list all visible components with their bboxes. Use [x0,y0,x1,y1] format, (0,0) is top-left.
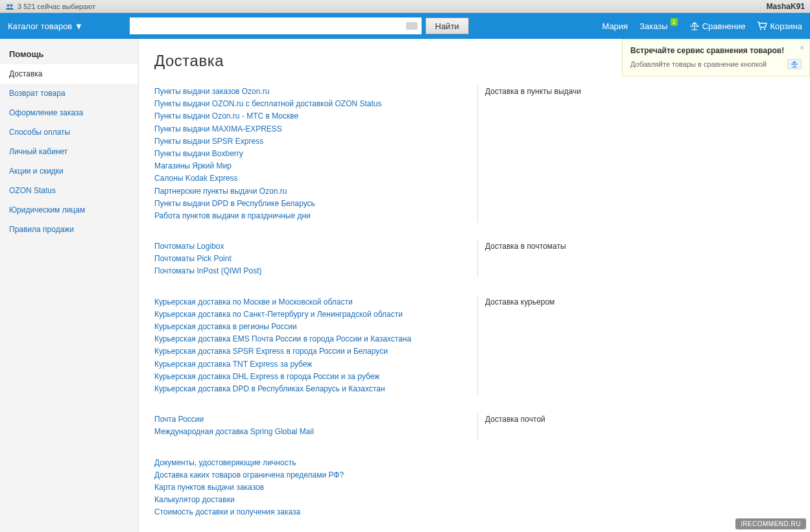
svg-point-3 [764,29,765,30]
content-link[interactable]: Курьерская доставка SPSR Express в город… [154,345,485,358]
sidebar-item-rules[interactable]: Правила продажи [0,220,138,239]
content-link[interactable]: Пункты выдачи Ozon.ru - МТС в Москве [154,110,485,122]
sidebar-item-checkout[interactable]: Оформление заказа [0,103,138,122]
notify-title: Встречайте сервис сравнения товаров! [630,46,802,55]
content-link[interactable]: Салоны Kodak Express [154,172,485,185]
section-heading: Доставка в пункты выдачи [485,86,602,222]
sidebar-item-delivery[interactable]: Доставка [0,64,138,84]
user-link[interactable]: Мария [602,21,628,31]
section: Курьерская доставка по Москве и Московск… [154,296,794,396]
content-link[interactable]: Почта России [154,413,485,426]
content-link[interactable]: Пункты выдачи Boxberry [154,148,485,160]
sidebar-item-payment[interactable]: Способы оплаты [0,122,138,142]
top-strip: 3 521 сейчас выбирают MashaK91 [0,0,810,13]
section-heading: Доставка в почтоматы [485,240,602,278]
content-link[interactable]: Доставка каких товаров ограничена предел… [154,469,485,481]
cart-label: Корзина [770,21,802,31]
compare-label: Сравнение [702,21,746,31]
content-link[interactable]: Курьерская доставка по Санкт-Петербургу … [154,308,485,321]
compare-link[interactable]: Сравнение [689,21,746,31]
section: Почта РоссииМеждународная доставка Sprin… [154,413,794,438]
content-link[interactable]: Почтоматы Pick Point [154,253,485,265]
header-bar: Каталог товаров ▼ Найти Мария Заказы 1 С… [0,13,810,39]
section-heading: Доставка почтой [485,413,602,438]
people-icon [5,3,14,10]
cart-icon [757,21,767,31]
content-link[interactable]: Магазины Яркий Мир [154,160,485,172]
scales-icon [689,21,700,31]
compare-notification: × Встречайте сервис сравнения товаров! Д… [622,39,810,76]
section: Документы, удостоверяющие личностьДостав… [154,457,794,519]
keyboard-icon[interactable] [406,22,418,30]
sidebar-item-b2b[interactable]: Юридическим лицам [0,200,138,220]
svg-point-1 [10,4,12,6]
content-link[interactable]: Курьерская доставка EMS Почта России в г… [154,333,485,345]
content-link[interactable]: Пункты выдачи MAXIMA-EXPRESS [154,123,485,135]
sidebar-title: Помощь [0,45,138,64]
sidebar-item-return[interactable]: Возврат товара [0,84,138,103]
content-link[interactable]: Почтоматы Logibox [154,240,485,253]
section-links: Почта РоссииМеждународная доставка Sprin… [154,413,485,438]
svg-point-0 [6,4,9,6]
svg-point-2 [760,29,761,30]
content-link[interactable]: Курьерская доставка DHL Express в города… [154,371,485,383]
section-links: Почтоматы LogiboxПочтоматы Pick PointПоч… [154,240,485,278]
content-link[interactable]: Пункты выдачи заказов Ozon.ru [154,86,485,98]
username-label: MashaK91 [767,2,805,11]
content-link[interactable]: Курьерская доставка по Москве и Московск… [154,296,485,308]
content-wrap: Помощь Доставка Возврат товара Оформлени… [0,39,810,532]
visitors-text: 3 521 сейчас выбирают [18,3,95,10]
content-link[interactable]: Документы, удостоверяющие личность [154,457,485,469]
user-name: Мария [602,21,628,31]
catalog-button[interactable]: Каталог товаров ▼ [8,21,122,31]
content-link[interactable]: Пункты выдачи OZON.ru с бесплатной доста… [154,98,485,110]
main-content: × Встречайте сервис сравнения товаров! Д… [139,39,810,532]
content-link[interactable]: Калькулятор доставки [154,494,485,506]
header-right: Мария Заказы 1 Сравнение Корзина [602,21,802,31]
content-link[interactable]: Курьерская доставка DPD в Республиках Бе… [154,383,485,395]
content-link[interactable]: Стоимость доставки и получения заказа [154,506,485,518]
content-link[interactable]: Пункты выдачи SPSR Express [154,135,485,148]
cart-link[interactable]: Корзина [757,21,802,31]
content-link[interactable]: Почтоматы InPost (QIWI Post) [154,265,485,277]
sidebar-item-status[interactable]: OZON Status [0,181,138,200]
content-link[interactable]: Международная доставка Spring Global Mai… [154,426,485,438]
section-links: Курьерская доставка по Москве и Московск… [154,296,485,396]
orders-link[interactable]: Заказы 1 [639,21,677,31]
sidebar-item-account[interactable]: Личный кабинет [0,142,138,161]
search-input[interactable] [130,17,422,34]
content-link[interactable]: Партнерские пункты выдачи Ozon.ru [154,185,485,198]
visitors-counter: 3 521 сейчас выбирают [5,3,95,10]
section: Почтоматы LogiboxПочтоматы Pick PointПоч… [154,240,794,278]
content-link[interactable]: Карта пунктов выдачи заказов [154,481,485,494]
section-links: Пункты выдачи заказов Ozon.ruПункты выда… [154,86,485,222]
section-links: Документы, удостоверяющие личностьДостав… [154,457,485,519]
content-link[interactable]: Курьерская доставка в регионы России [154,321,485,333]
search-button[interactable]: Найти [425,17,469,34]
sidebar: Помощь Доставка Возврат товара Оформлени… [0,39,139,532]
content-link[interactable]: Работа пунктов выдачи в праздничные дни [154,210,485,222]
search-wrap: Найти [130,17,469,34]
section: Пункты выдачи заказов Ozon.ruПункты выда… [154,86,794,222]
section-heading: Доставка курьером [485,296,602,396]
close-icon[interactable]: × [800,43,804,52]
sidebar-item-promo[interactable]: Акции и скидки [0,161,138,181]
orders-label: Заказы [639,21,667,31]
notify-body: Добавляйте товары в сравнение кнопкой [630,60,767,68]
watermark: iRECOMMEND.RU [735,518,806,529]
orders-badge: 1 [671,18,678,26]
content-link[interactable]: Курьерская доставка TNT Express за рубеж [154,358,485,371]
compare-chip-icon [787,59,802,69]
content-link[interactable]: Пункты выдачи DPD в Республике Беларусь [154,198,485,210]
